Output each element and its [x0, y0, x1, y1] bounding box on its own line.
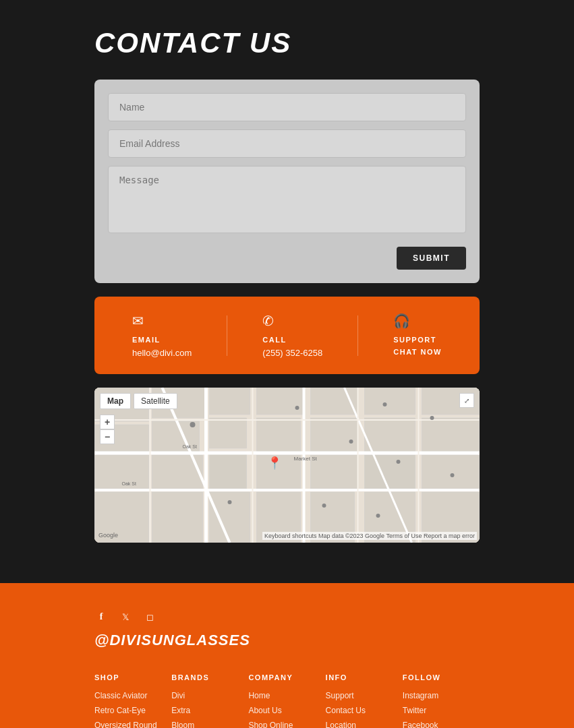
email-info: ✉ EMAIL hello@divi.com	[132, 313, 192, 358]
follow-col-title: FOLLOW	[403, 673, 480, 681]
company-col-title: COMPANY	[248, 673, 325, 681]
map-zoom-out[interactable]: −	[100, 429, 115, 444]
divider-2	[357, 315, 358, 356]
twitter-icon[interactable]: 𝕏	[119, 610, 132, 624]
svg-point-48	[349, 439, 353, 444]
brands-link-1[interactable]: Divi	[171, 691, 248, 700]
shop-col-title: SHOP	[94, 673, 171, 681]
call-info: ✆ CALL (255) 352-6258	[262, 313, 322, 358]
svg-text:Market St: Market St	[294, 456, 318, 462]
svg-rect-19	[311, 455, 358, 489]
svg-point-52	[322, 504, 326, 508]
svg-point-45	[295, 406, 299, 410]
info-link-3[interactable]: Location	[326, 721, 403, 728]
map-tab-satellite[interactable]: Satellite	[134, 393, 177, 409]
svg-point-51	[228, 500, 232, 504]
instagram-icon[interactable]: ◻	[143, 610, 156, 624]
shop-link-1[interactable]: Classic Aviator	[94, 691, 171, 700]
map-zoom-controls: + −	[100, 415, 115, 444]
svg-rect-21	[365, 388, 415, 415]
submit-button[interactable]: SUBMIT	[397, 247, 466, 270]
map-container[interactable]: Market St Oak St Oak St 📍 Map	[94, 388, 480, 543]
phone-icon: ✆	[262, 313, 274, 329]
follow-link-3[interactable]: Facebook	[403, 721, 480, 728]
call-label: CALL	[262, 336, 286, 344]
info-link-1[interactable]: Support	[326, 691, 403, 700]
svg-rect-10	[210, 418, 247, 448]
follow-link-1[interactable]: Instagram	[403, 691, 480, 700]
social-icons: f 𝕏 ◻	[94, 610, 480, 624]
svg-rect-11	[210, 452, 247, 489]
brands-link-3[interactable]: Bloom	[171, 721, 248, 728]
brand-handle: @DIVISUNGLASSES	[94, 632, 480, 649]
svg-rect-27	[422, 455, 480, 489]
footer-section: f 𝕏 ◻ @DIVISUNGLASSES SHOP Classic Aviat…	[0, 583, 574, 728]
svg-text:Oak St: Oak St	[122, 481, 136, 486]
support-label: SUPPORT	[393, 336, 436, 344]
svg-rect-26	[422, 418, 480, 452]
svg-point-47	[430, 416, 434, 420]
map-credits: Keyboard shortcuts Map data ©2023 Google…	[262, 532, 477, 540]
info-link-2[interactable]: Contact Us	[326, 706, 403, 715]
map-google-label: Google	[98, 532, 118, 539]
map-expand-button[interactable]: ⤢	[459, 393, 474, 408]
svg-point-44	[190, 422, 196, 427]
map-tab-map[interactable]: Map	[100, 393, 131, 409]
footer-col-follow: FOLLOW Instagram Twitter Facebook Linked…	[403, 673, 480, 728]
svg-rect-14	[257, 418, 301, 452]
divider-1	[227, 315, 227, 356]
footer-col-shop: SHOP Classic Aviator Retro Cat-Eye Overs…	[94, 673, 171, 728]
svg-point-46	[383, 402, 387, 406]
email-icon: ✉	[132, 313, 144, 329]
footer-col-brands: BRANDS Divi Extra Bloom Monarch	[171, 673, 248, 728]
footer-col-info: INFO Support Contact Us Location Shippin…	[326, 673, 403, 728]
top-section: CONTACT US SUBMIT ✉ EMAIL hello@divi.com…	[0, 0, 574, 583]
brands-link-2[interactable]: Extra	[171, 706, 248, 715]
svg-rect-22	[365, 418, 415, 452]
map-mock: Market St Oak St Oak St 📍 Map	[94, 388, 480, 543]
headset-icon: 🎧	[393, 313, 410, 329]
email-value: hello@divi.com	[132, 348, 192, 358]
svg-rect-13	[257, 388, 304, 415]
contact-info-bar: ✉ EMAIL hello@divi.com ✆ CALL (255) 352-…	[94, 297, 480, 374]
svg-text:Oak St: Oak St	[183, 444, 197, 449]
brands-col-title: BRANDS	[171, 673, 248, 681]
svg-text:📍: 📍	[267, 456, 283, 471]
support-info: 🎧 SUPPORT CHAT NOW	[393, 313, 442, 356]
svg-rect-8	[152, 492, 203, 543]
follow-link-2[interactable]: Twitter	[403, 706, 480, 715]
svg-point-53	[376, 514, 380, 518]
facebook-icon[interactable]: f	[94, 610, 108, 624]
svg-rect-12	[210, 492, 250, 543]
company-link-2[interactable]: About Us	[248, 706, 325, 715]
footer-columns: SHOP Classic Aviator Retro Cat-Eye Overs…	[94, 673, 480, 728]
message-input[interactable]	[108, 166, 466, 233]
form-footer: SUBMIT	[108, 244, 466, 270]
contact-form-card: SUBMIT	[94, 80, 480, 283]
page-title: CONTACT US	[94, 27, 480, 59]
map-zoom-in[interactable]: +	[100, 415, 115, 429]
svg-rect-23	[365, 455, 415, 489]
svg-point-49	[397, 460, 401, 464]
svg-point-50	[451, 473, 455, 477]
email-input[interactable]	[108, 129, 466, 158]
company-link-1[interactable]: Home	[248, 691, 325, 700]
svg-rect-9	[210, 388, 250, 415]
info-col-title: INFO	[326, 673, 403, 681]
email-label: EMAIL	[132, 336, 161, 344]
call-value: (255) 352-6258	[262, 348, 322, 358]
company-link-3[interactable]: Shop Online	[248, 721, 325, 728]
shop-link-2[interactable]: Retro Cat-Eye	[94, 706, 171, 715]
chat-now-link[interactable]: CHAT NOW	[393, 348, 442, 356]
footer-col-company: COMPANY Home About Us Shop Online Our St…	[248, 673, 325, 728]
map-toolbar: Map Satellite	[100, 393, 177, 409]
svg-rect-18	[311, 418, 358, 452]
name-input[interactable]	[108, 93, 466, 121]
shop-link-3[interactable]: Oversized Round	[94, 721, 171, 728]
